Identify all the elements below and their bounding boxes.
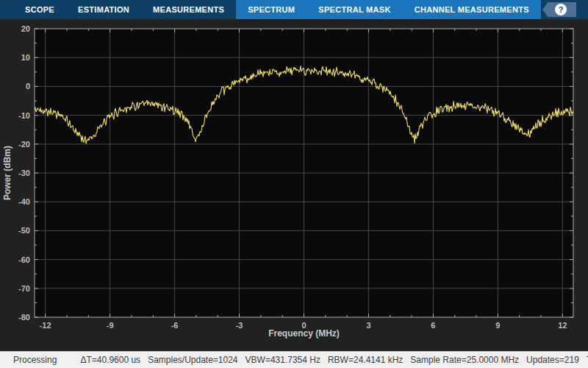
status-item: ΔT=40.9600 us [80, 355, 140, 365]
tab-channel-measurements[interactable]: CHANNEL MEASUREMENTS [403, 0, 541, 19]
y-tick-label: -30 [18, 169, 30, 177]
tab-spectrum[interactable]: SPECTRUM [236, 0, 306, 19]
tab-scope[interactable]: SCOPE [13, 0, 66, 19]
spectrum-plot: -12-9-6-303691220100-10-20-30-40-50-60-7… [0, 19, 588, 351]
y-tick-label: 20 [21, 24, 30, 33]
y-tick-label: 0 [26, 82, 30, 91]
status-item: Updates=219 [526, 355, 579, 365]
status-state: Processing [13, 355, 57, 365]
y-tick-label: -80 [18, 313, 30, 322]
y-tick-label: -70 [18, 284, 30, 293]
spectrum-analyzer-window: SCOPEESTIMATIONMEASUREMENTSSPECTRUMSPECT… [0, 0, 588, 368]
toolstrip: SCOPEESTIMATIONMEASUREMENTSSPECTRUMSPECT… [0, 0, 588, 19]
y-tick-label: -10 [18, 111, 30, 120]
status-item: RBW=24.4141 kHz [328, 355, 403, 365]
tab-estimation[interactable]: ESTIMATION [66, 0, 141, 19]
spectrum-figure: -12-9-6-303691220100-10-20-30-40-50-60-7… [0, 19, 588, 351]
status-item: Sample Rate=25.0000 MHz [410, 355, 519, 365]
y-tick-label: -40 [18, 197, 30, 206]
y-tick-label: -60 [18, 255, 30, 264]
y-tick-label: -20 [18, 140, 30, 149]
status-bar: Processing ΔT=40.9600 usSamples/Update=1… [0, 351, 588, 368]
x-axis-label: Frequency (MHz) [35, 328, 573, 339]
y-axis-label: Power (dBm) [2, 146, 12, 200]
help-button[interactable]: ? [542, 2, 576, 17]
help-icon[interactable]: ? [555, 4, 567, 15]
status-item: Samples/Update=1024 [148, 355, 237, 365]
status-items: ΔT=40.9600 usSamples/Update=1024VBW=431.… [80, 355, 588, 365]
tab-spectral-mask[interactable]: SPECTRAL MASK [306, 0, 402, 19]
tab-measurements[interactable]: MEASUREMENTS [141, 0, 236, 19]
y-tick-label: -50 [18, 226, 30, 235]
status-item: VBW=431.7354 Hz [245, 355, 320, 365]
y-tick-label: 10 [21, 53, 30, 62]
